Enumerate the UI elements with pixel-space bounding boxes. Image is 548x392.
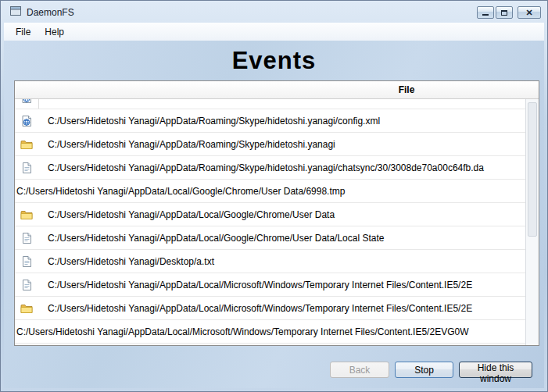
- button-bar: Back Stop Hide this window: [330, 362, 532, 378]
- table-row[interactable]: C:/Users/Hidetoshi Yanagi/AppData/Local/…: [15, 320, 525, 344]
- table-row[interactable]: C:/Users/Hidetoshi Yanagi/AppData/Local/…: [15, 180, 525, 203]
- table-row[interactable]: C:/Users/Hidetoshi Yanagi/AppData/Local/…: [15, 297, 525, 320]
- maximize-button[interactable]: [496, 6, 513, 19]
- table-row[interactable]: C:/Users/Hidetoshi Yanagi/AppData/Roamin…: [15, 156, 525, 180]
- stop-button[interactable]: Stop: [395, 362, 453, 378]
- table-row[interactable]: C:/Users/Hidetoshi Yanagi/Desktop/a.txt: [15, 250, 525, 273]
- maximize-icon: [501, 10, 507, 16]
- folder-icon: [20, 208, 33, 221]
- table-row[interactable]: C:/Users/Hidetoshi Yanagi/AppData/Local/…: [15, 203, 525, 226]
- table-header: File: [15, 81, 539, 99]
- table-row[interactable]: C:/Users/Hidetoshi Yanagi/AppData/Local/…: [15, 273, 525, 297]
- window-title: DaemonFS: [27, 7, 74, 18]
- minimize-button[interactable]: [477, 6, 494, 19]
- scrollbar-thumb[interactable]: [528, 102, 537, 237]
- folder-icon: [20, 302, 33, 315]
- file-path: C:/Users/Hidetoshi Yanagi/AppData/Local/…: [15, 326, 525, 337]
- titlebar[interactable]: DaemonFS ✕: [4, 2, 544, 23]
- folder-icon: [20, 138, 33, 151]
- file-path: C:/Users/Hidetoshi Yanagi/AppData/Local/…: [38, 280, 525, 290]
- table-row[interactable]: [15, 99, 525, 109]
- table-body: C:/Users/Hidetoshi Yanagi/AppData/Roamin…: [15, 99, 525, 345]
- minimize-icon: [482, 14, 489, 16]
- file-path: C:/Users/Hidetoshi Yanagi/AppData/Local/…: [38, 303, 525, 314]
- file-path: C:/Users/Hidetoshi Yanagi/AppData/Local/…: [38, 209, 525, 220]
- file-icon: [20, 232, 33, 244]
- menu-file[interactable]: File: [9, 24, 38, 40]
- menubar: File Help: [4, 23, 544, 41]
- vertical-scrollbar[interactable]: [525, 99, 539, 345]
- xml-icon: [20, 115, 33, 127]
- table-row[interactable]: C:/Users/Hidetoshi Yanagi/AppData/Roamin…: [15, 133, 525, 156]
- close-icon: ✕: [525, 9, 532, 17]
- back-button[interactable]: Back: [330, 362, 389, 378]
- events-table: File C:/Users/Hidetoshi Yanagi/AppData/R…: [14, 80, 539, 346]
- file-path: C:/Users/Hidetoshi Yanagi/AppData/Local/…: [15, 186, 525, 197]
- file-path: C:/Users/Hidetoshi Yanagi/AppData/Roamin…: [38, 162, 525, 173]
- hide-window-button[interactable]: Hide this window: [459, 362, 532, 378]
- file-path: C:/Users/Hidetoshi Yanagi/AppData/Local/…: [38, 233, 525, 244]
- caption-buttons: ✕: [477, 6, 544, 19]
- file-path: C:/Users/Hidetoshi Yanagi/AppData/Roamin…: [38, 139, 525, 150]
- partial-icon: [20, 99, 33, 104]
- file-icon: [20, 279, 33, 291]
- app-window: DaemonFS ✕ File Help Events File: [0, 0, 548, 392]
- table-row[interactable]: C:/Users/Hidetoshi Yanagi/AppData/Local/…: [15, 226, 525, 250]
- client-area: Events File C:/Users/Hidetoshi Yanagi/Ap…: [4, 41, 544, 388]
- close-button[interactable]: ✕: [518, 6, 541, 19]
- page-title: Events: [4, 47, 544, 75]
- file-path: C:/Users/Hidetoshi Yanagi/AppData/Roamin…: [38, 116, 525, 127]
- app-icon: [9, 5, 22, 20]
- file-icon: [20, 162, 33, 174]
- table-row[interactable]: C:/Users/Hidetoshi Yanagi/AppData/Roamin…: [15, 109, 525, 133]
- file-path: C:/Users/Hidetoshi Yanagi/Desktop/a.txt: [38, 256, 525, 267]
- menu-help[interactable]: Help: [38, 24, 71, 40]
- file-icon: [20, 255, 33, 268]
- column-header-file[interactable]: File: [399, 84, 415, 95]
